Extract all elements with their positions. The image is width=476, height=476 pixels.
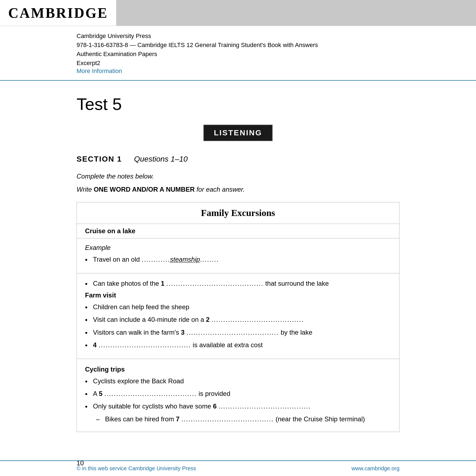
bullet-icon: • [85,389,87,399]
instruction2-suffix: for each answer. [195,186,245,193]
bullet-icon: • [85,376,87,386]
listening-badge-container: LISTENING [77,125,399,141]
cycling-text1: Cyclists explore the Back Road [93,376,184,386]
bullet-icon: • [85,255,87,265]
cycling-text3: Only suitable for cyclists who have some… [93,402,311,411]
instruction2-prefix: Write [77,186,94,193]
example-text: Travel on an old ............steamship..… [93,255,219,264]
notes-title: Family Excursions [201,208,275,218]
section-header: SECTION 1 Questions 1–10 [77,155,399,163]
instruction1: Complete the notes below. [77,172,399,181]
instruction2-bold: ONE WORD AND/OR A NUMBER [94,186,195,193]
dash-icon: – [96,414,100,424]
isbn-line: 978-1-316-63783-8 — Cambridge IELTS 12 G… [77,40,399,49]
excerpt-label: Excerpt2 [77,59,399,68]
farm-item1: • Children can help feed the sheep [85,302,391,312]
website-link[interactable]: www.cambridge.org [351,465,399,472]
more-information-link[interactable]: More Information [77,68,122,74]
cycling-subitem1: – Bikes can be hired from 7 ............… [85,414,391,424]
page-header: CAMBRIDGE [0,0,476,26]
example-answer: steamship [170,256,200,263]
farm-text4: 4 ......................................… [93,340,263,350]
instruction2: Write ONE WORD AND/OR A NUMBER for each … [77,185,399,194]
copyright-link[interactable]: © in this web service Cambridge Universi… [77,465,196,472]
page-footer: © in this web service Cambridge Universi… [0,460,476,476]
test-title: Test 5 [77,94,399,114]
bullet-icon: • [85,402,87,411]
cycling-item3: • Only suitable for cyclists who have so… [85,402,391,411]
header-gray-bar [116,0,476,26]
publisher-name: Cambridge University Press [77,31,399,40]
section-title: SECTION 1 [77,155,122,163]
farm-visit-title: Farm visit [85,291,391,299]
farm-text2: Visit can include a 40-minute ride on a … [93,315,304,324]
question1-text: Can take photos of the 1 ...............… [93,279,329,288]
bullet-icon: • [85,302,87,312]
question1-item: • Can take photos of the 1 .............… [85,279,391,289]
question1-section: • Can take photos of the 1 .............… [77,273,399,359]
cycling-subtext1: Bikes can be hired from 7 ..............… [105,414,365,424]
bullet-icon: • [85,328,87,338]
notes-title-row: Family Excursions [77,202,399,224]
bullet-icon: • [85,340,87,350]
example-label: Example [85,244,391,252]
farm-item2: • Visit can include a 40-minute ride on … [85,315,391,325]
bullet-icon: • [85,315,87,325]
example-section: Example • Travel on an old ............s… [77,238,399,273]
cycling-section: Cycling trips • Cyclists explore the Bac… [77,359,399,432]
cycling-title: Cycling trips [85,366,391,373]
info-bar: Cambridge University Press 978-1-316-637… [0,26,476,81]
cycling-item2: • A 5 ..................................… [85,389,391,399]
series-name: Authentic Examination Papers [77,49,399,59]
section-questions: Questions 1–10 [134,155,188,163]
cycling-text2: A 5 ....................................… [93,389,230,398]
farm-text1: Children can help feed the sheep [93,302,189,312]
farm-item3: • Visitors can walk in the farm's 3 ....… [85,328,391,338]
notes-subtitle: Cruise on a lake [77,224,399,238]
farm-text3: Visitors can walk in the farm's 3 ......… [93,328,312,337]
logo-container: CAMBRIDGE [0,0,116,26]
example-item: • Travel on an old ............steamship… [85,255,391,265]
bullet-icon: • [85,279,87,289]
cycling-item1: • Cyclists explore the Back Road [85,376,391,386]
listening-badge: LISTENING [203,125,272,141]
main-content: Test 5 LISTENING SECTION 1 Questions 1–1… [0,83,476,454]
notes-box: Family Excursions Cruise on a lake Examp… [77,202,399,432]
cambridge-logo: CAMBRIDGE [8,5,108,21]
farm-item4: • 4 ....................................… [85,340,391,350]
